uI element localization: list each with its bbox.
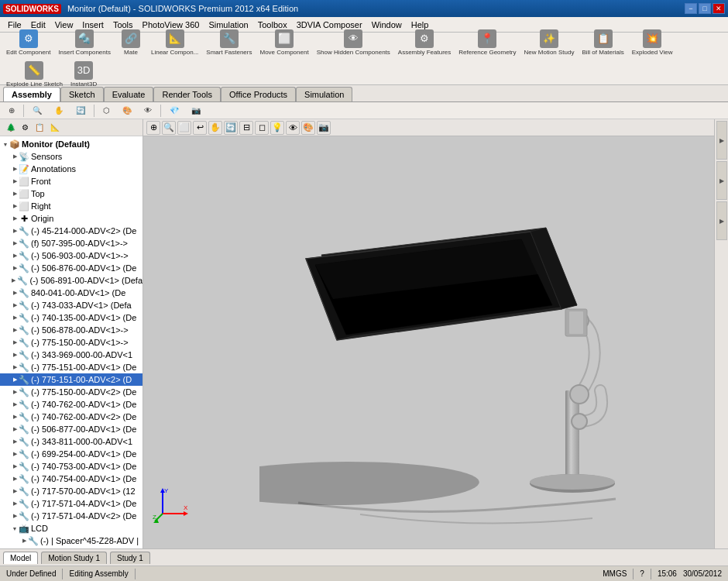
tree-expand-part-8[interactable]: ▶ <box>11 313 19 322</box>
tree-item-part-22[interactable]: ▶🔧(-) 717-570-00-ADV<1> (12 <box>0 485 143 497</box>
tree-item-part-15[interactable]: ▶🔧(-) 740-762-00-ADV<1> (De <box>0 398 143 411</box>
tree-expand-part-14[interactable]: ▶ <box>11 387 19 397</box>
toolbar-btn-4[interactable]: 🔧Smart Fasteners <box>203 28 255 58</box>
vp-section-view[interactable]: ⬡ <box>98 104 115 117</box>
hide-show-btn[interactable]: 👁 <box>286 121 300 135</box>
tree-expand-part-19[interactable]: ▶ <box>11 449 19 459</box>
tree-item-part-6[interactable]: ▶🔧840-041-00-ADV<1> (De <box>0 287 143 299</box>
tree-expand-part-16[interactable]: ▶ <box>11 412 19 421</box>
vp-pan-btn[interactable]: ✋ <box>49 104 69 117</box>
tree-expand-part-22[interactable]: ▶ <box>11 486 19 496</box>
vp-camera[interactable]: 📷 <box>186 104 206 117</box>
toolbar-btn-11[interactable]: 💥Exploded View <box>629 28 676 58</box>
zoom-box-btn[interactable]: ⬜ <box>177 121 191 135</box>
tree-item-part-21[interactable]: ▶🔧(-) 740-754-00-ADV<1> (De <box>0 473 143 485</box>
tree-item-part-13[interactable]: ▶🔧(-) 775-151-00-ADV<2> (D <box>0 373 143 386</box>
tree-expand-origin[interactable]: ▶ <box>11 214 19 223</box>
zoom-to-fit-btn[interactable]: ⊕ <box>146 121 160 135</box>
toolbar-btn-12[interactable]: 📏Explode Line Sketch <box>3 60 66 90</box>
config-manager-tab[interactable]: 📋 <box>32 122 47 133</box>
tree-expand-part-4[interactable]: ▶ <box>11 263 19 273</box>
tree-item-part-3[interactable]: ▶🔧(-) 506-903-00-ADV<1>-> <box>0 249 143 262</box>
tree-expand-right[interactable]: ▶ <box>11 201 19 211</box>
toolbar-btn-7[interactable]: ⚙Assembly Features <box>395 28 454 58</box>
tree-item-part-23[interactable]: ▶🔧(-) 717-571-04-ADV<1> (De <box>0 497 143 510</box>
tree-expand-sensors[interactable]: ▶ <box>11 152 19 161</box>
tab-simulation[interactable]: Simulation <box>296 87 352 101</box>
toolbar-btn-2[interactable]: 🔗Mate <box>115 28 146 58</box>
tree-expand-part-21[interactable]: ▶ <box>11 474 19 483</box>
close-button[interactable]: ✕ <box>713 3 725 14</box>
toolbar-btn-10[interactable]: 📋Bill of Materials <box>579 28 627 58</box>
appearance-btn[interactable]: 🎨 <box>301 121 315 135</box>
toolbar-btn-9[interactable]: ✨New Motion Study <box>521 28 578 58</box>
vp-display-style[interactable]: 🎨 <box>117 104 137 117</box>
tree-item-part-11[interactable]: ▶🔧(-) 343-969-000-00-ADV<1 <box>0 349 143 361</box>
tree-item-part-24[interactable]: ▶🔧(-) 717-571-04-ADV<2> (De <box>0 510 143 522</box>
rp-btn-2[interactable]: ▶ <box>716 161 727 200</box>
rp-btn-3[interactable]: ▶ <box>716 201 727 240</box>
3d-viewport[interactable]: ⊕ 🔍 ⬜ ↩ ✋ 🔄 ⊟ ◻ 💡 👁 🎨 📷 <box>143 119 714 548</box>
bottom-tab-model[interactable]: Model <box>3 552 38 564</box>
toolbar-btn-6[interactable]: 👁Show Hidden Components <box>314 28 393 58</box>
tab-office-products[interactable]: Office Products <box>221 87 296 101</box>
tree-expand-part-5[interactable]: ▶ <box>10 276 17 285</box>
tree-item-right[interactable]: ▶⬜Right <box>0 200 143 212</box>
section-view-btn[interactable]: ⊟ <box>239 121 253 135</box>
tree-item-lcd[interactable]: ▼📺LCD <box>0 522 143 535</box>
tree-expand-top[interactable]: ▶ <box>11 189 19 198</box>
tree-item-part-4[interactable]: ▶🔧(-) 506-876-00-ADV<1> (De <box>0 262 143 274</box>
tree-expand-monitor-default[interactable]: ▼ <box>2 139 9 149</box>
tree-item-lcd-1[interactable]: ▶🔧(-) | Spacer^45-Z28-ADV | <box>0 535 143 547</box>
tree-item-origin[interactable]: ▶✚Origin <box>0 212 143 225</box>
tree-item-part-8[interactable]: ▶🔧(-) 740-135-00-ADV<1> (De <box>0 311 143 324</box>
feature-tree-tab[interactable]: 🌲 <box>3 122 19 133</box>
tree-item-part-14[interactable]: ▶🔧(-) 775-150-00-ADV<2> (De <box>0 386 143 398</box>
tree-expand-part-10[interactable]: ▶ <box>11 338 19 347</box>
vp-rotate-btn[interactable]: 🔄 <box>70 104 91 117</box>
tab-render-tools[interactable]: Render Tools <box>153 87 221 101</box>
tree-expand-part-13[interactable]: ▶ <box>11 375 19 384</box>
tree-expand-part-23[interactable]: ▶ <box>11 499 19 508</box>
tree-item-part-16[interactable]: ▶🔧(-) 740-762-00-ADV<2> (De <box>0 411 143 423</box>
tree-expand-part-12[interactable]: ▶ <box>11 363 19 372</box>
tree-item-part-7[interactable]: ▶🔧(-) 743-033-ADV<1> (Defa <box>0 299 143 311</box>
tree-expand-part-20[interactable]: ▶ <box>11 462 19 471</box>
vp-appearances[interactable]: 💎 <box>164 104 184 117</box>
tree-expand-lcd[interactable]: ▼ <box>11 524 19 533</box>
tab-assembly[interactable]: Assembly <box>3 87 60 101</box>
help-icon[interactable]: ? <box>640 569 644 578</box>
zoom-in-btn[interactable]: 🔍 <box>162 121 176 135</box>
vp-hide-show[interactable]: 👁 <box>139 104 157 117</box>
rotate-view-btn[interactable]: 🔄 <box>224 121 238 135</box>
zoom-prev-btn[interactable]: ↩ <box>193 121 207 135</box>
tree-item-part-5[interactable]: ▶🔧(-) 506-891-00-ADV<1> (Defa <box>0 274 143 287</box>
view-orientation-btn[interactable]: ◻ <box>255 121 269 135</box>
tree-item-lcd-2[interactable]: ▶🔧| Spacer^45-228-ADV |<2> <box>0 547 143 548</box>
vp-zoom-btn[interactable]: 🔍 <box>27 104 47 117</box>
bottom-tab-study-1[interactable]: Study 1 <box>110 552 150 564</box>
tree-expand-annotations[interactable]: ▶ <box>11 164 19 174</box>
tree-item-part-2[interactable]: ▶🔧(f) 507-395-00-ADV<1>-> <box>0 237 143 249</box>
vp-zoom-fit[interactable]: ⊕ <box>3 104 20 117</box>
tree-item-part-17[interactable]: ▶🔧(-) 506-877-00-ADV<1> (De <box>0 423 143 435</box>
toolbar-btn-8[interactable]: 📍Reference Geometry <box>455 28 519 58</box>
tree-expand-part-2[interactable]: ▶ <box>11 239 19 248</box>
tree-expand-part-15[interactable]: ▶ <box>11 400 19 409</box>
tree-item-part-9[interactable]: ▶🔧(-) 506-878-00-ADV<1>-> <box>0 324 143 336</box>
tree-expand-part-18[interactable]: ▶ <box>11 437 19 446</box>
tree-item-part-1[interactable]: ▶🔧(-) 45-214-000-ADV<2> (De <box>0 225 143 237</box>
toolbar-btn-3[interactable]: 📐Linear Compon... <box>148 28 201 58</box>
tree-expand-part-3[interactable]: ▶ <box>11 251 19 260</box>
tree-item-part-20[interactable]: ▶🔧(-) 740-753-00-ADV<1> (De <box>0 460 143 473</box>
toolbar-btn-0[interactable]: ⚙Edit Component <box>3 28 53 58</box>
tree-expand-part-24[interactable]: ▶ <box>11 511 19 521</box>
tree-item-sensors[interactable]: ▶📡Sensors <box>0 150 143 163</box>
pan-btn[interactable]: ✋ <box>208 121 222 135</box>
tree-expand-front[interactable]: ▶ <box>11 177 19 186</box>
tree-expand-part-6[interactable]: ▶ <box>11 288 19 297</box>
minimize-button[interactable]: − <box>685 3 697 14</box>
maximize-button[interactable]: □ <box>699 3 711 14</box>
toolbar-btn-13[interactable]: 3DInstant3D <box>67 60 100 90</box>
tree-item-monitor-default[interactable]: ▼📦Monitor (Default) <box>0 138 143 150</box>
